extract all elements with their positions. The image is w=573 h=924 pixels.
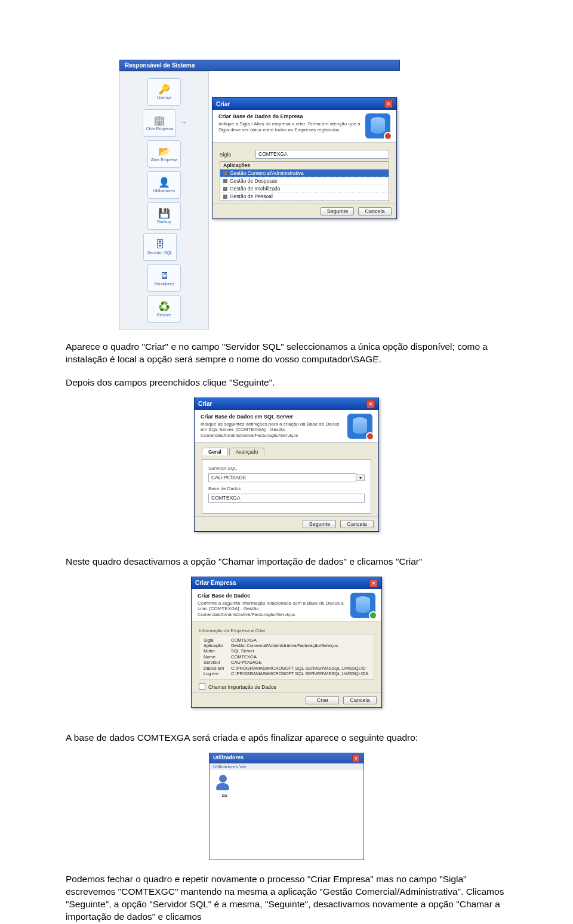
servidor-sql-label: Servidor SQL [208, 466, 365, 471]
dialog-criar-header: Criar Base de Dados da Empresa Indique a… [212, 110, 396, 143]
tile-servidores[interactable]: 🖥Servidores [147, 264, 181, 292]
tab-geral[interactable]: Geral [202, 448, 228, 455]
sigla-label: Sigla [220, 152, 255, 158]
dialog-confirm-title: Criar Empresa [195, 580, 236, 586]
info-block-title: Informação da Empresa a Criar [199, 628, 374, 633]
tile-backup[interactable]: 💾Backup [147, 202, 181, 230]
paragraph: Podemos fechar o quadro e repetir novame… [66, 873, 507, 923]
servidor-sql-select[interactable]: CAU-PC\SAGE [208, 473, 356, 482]
dialog-confirm-header: Criar Base de Dados Confirme a seguinte … [192, 589, 381, 622]
dialog-sql-header: Criar Base de Dados em SQL Server Indiqu… [195, 410, 378, 443]
seguinte-button[interactable]: Seguinte [321, 207, 354, 215]
document-page: Responsável de Sistema 🔑Licença 🏢Criar E… [0, 0, 573, 924]
sys-panel: Responsável de Sistema 🔑Licença 🏢Criar E… [119, 60, 400, 330]
db-icon: 🗄 [155, 240, 165, 250]
base-dados-input[interactable]: COMTEXGA [208, 494, 365, 503]
tile-servidor-sql[interactable]: 🗄Servidor SQL [143, 233, 177, 261]
sys-panel-title: Responsável de Sistema [119, 60, 400, 71]
dialog-confirm-titlebar: Criar Empresa × [192, 577, 381, 589]
database-icon [347, 414, 372, 439]
paragraph: Aparece o quadro "Criar" e no campo "Ser… [66, 341, 507, 366]
dialog-criar-titlebar: Criar × [212, 98, 396, 110]
dialog-criar: Criar × Criar Base de Dados da Empresa I… [212, 97, 397, 219]
figure-sys-panel: Responsável de Sistema 🔑Licença 🏢Criar E… [66, 60, 507, 330]
figure-utilizadores: Utilizadores × Utilizadores Ver sa [66, 753, 507, 860]
close-icon[interactable]: × [352, 754, 360, 762]
user-label: sa [214, 793, 235, 798]
dialog-confirm: Criar Empresa × Criar Base de Dados Conf… [191, 577, 382, 709]
list-item[interactable]: Gestão Comercial/Administrativa [220, 170, 389, 177]
list-item[interactable]: Gestão de Imobilizado [220, 185, 389, 193]
database-icon [350, 593, 375, 618]
open-icon: 📂 [158, 147, 170, 156]
dialog-sql: Criar × Criar Base de Dados em SQL Serve… [194, 398, 379, 532]
dialog-confirm-sub: Confirme a seguinte informação relaciona… [198, 600, 346, 618]
aplicacoes-list-header: Aplicações [220, 162, 389, 170]
close-icon[interactable]: × [369, 579, 378, 587]
restore-icon: ♻️ [158, 302, 170, 312]
paragraph: Neste quadro desactivamos a opção "Chama… [66, 556, 507, 568]
checkbox-box [199, 683, 205, 690]
tab-pane-geral: Servidor SQL CAU-PC\SAGE▾ Base de Dados … [202, 459, 371, 514]
sys-panel-tiles: 🔑Licença 🏢Criar Empresa → 📂Abrir Empresa… [119, 71, 209, 330]
window-utilizadores: Utilizadores × Utilizadores Ver sa [209, 753, 364, 860]
chevron-down-icon[interactable]: ▾ [356, 475, 365, 481]
dialog-criar-heading: Criar Base de Dados da Empresa [218, 113, 361, 119]
aplicacoes-list[interactable]: Aplicações Gestão Comercial/Administrati… [220, 161, 389, 201]
figure-sql-dialog: Criar × Criar Base de Dados em SQL Serve… [66, 398, 507, 532]
tile-utilizadores[interactable]: 👤Utilizadores [147, 171, 181, 199]
building-icon: 🏢 [153, 116, 165, 125]
paragraph: Depois dos campos preenchidos clique "Se… [66, 377, 507, 389]
close-icon[interactable]: × [384, 100, 393, 108]
dialog-sql-title: Criar [198, 401, 212, 407]
criar-button[interactable]: Criar [306, 696, 339, 704]
seguinte-button[interactable]: Seguinte [303, 520, 336, 528]
sigla-input[interactable]: COMTEXGA [255, 150, 389, 159]
info-block: SiglaCOMTEXGA AplicaçãoGestão Comercial/… [199, 634, 374, 680]
tile-criar-empresa[interactable]: 🏢Criar Empresa [143, 109, 176, 137]
dialog-sql-titlebar: Criar × [195, 398, 378, 410]
tile-restore[interactable]: ♻️Restore [147, 295, 181, 323]
save-icon: 💾 [158, 209, 170, 218]
window-utilizadores-title: Utilizadores [213, 754, 244, 762]
list-item[interactable]: Gestão de Despesas [220, 177, 389, 185]
arrow-icon: → [180, 118, 187, 127]
tile-licenca[interactable]: 🔑Licença [147, 78, 181, 106]
dialog-criar-title: Criar [216, 101, 230, 107]
dialog-criar-sub: Indique a Sigla / Alias da empresa a cri… [218, 121, 361, 133]
window-utilizadores-body: sa [210, 770, 363, 860]
close-icon[interactable]: × [366, 400, 375, 408]
figure-confirm-dialog: Criar Empresa × Criar Base de Dados Conf… [66, 577, 507, 709]
list-item[interactable]: Gestão de Pessoal [220, 193, 389, 201]
tab-avancado[interactable]: Avançado [229, 448, 265, 455]
dialog-confirm-heading: Criar Base de Dados [198, 593, 346, 599]
key-icon: 🔑 [158, 85, 170, 94]
user-item[interactable]: sa [214, 775, 235, 798]
paragraph: A base de dados COMTEXGA será criada e a… [66, 732, 507, 744]
cancel-button[interactable]: Cancela [343, 696, 377, 704]
checkbox-label: Chamar Importação de Dados [208, 684, 276, 690]
database-icon [365, 113, 390, 138]
dialog-sql-heading: Criar Base de Dados em SQL Server [201, 414, 343, 420]
tile-abrir-empresa[interactable]: 📂Abrir Empresa [147, 140, 181, 168]
cancel-button[interactable]: Cancela [358, 207, 392, 215]
cancel-button[interactable]: Cancela [340, 520, 374, 528]
user-icon [214, 775, 231, 791]
server-icon: 🖥 [159, 271, 169, 281]
user-icon: 👤 [158, 178, 170, 187]
dialog-sql-sub: Indique as seguintes definições para a c… [201, 421, 343, 439]
chamar-importacao-checkbox[interactable]: Chamar Importação de Dados [199, 683, 374, 690]
base-dados-label: Base de Dados [208, 486, 365, 491]
tab-bar: Geral Avançado [202, 448, 371, 455]
window-utilizadores-menu[interactable]: Utilizadores Ver [210, 763, 363, 770]
window-utilizadores-titlebar: Utilizadores × [210, 753, 363, 763]
